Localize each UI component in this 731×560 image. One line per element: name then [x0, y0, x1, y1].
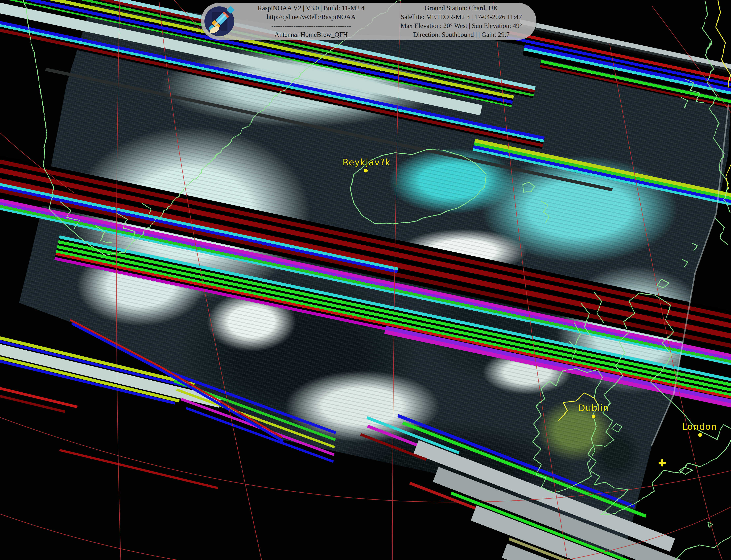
swath-edge-lines	[71, 105, 728, 446]
banner-line: RaspiNOAA V2 | V3.0 | Build: 11-M2 4	[236, 4, 386, 12]
banner-left-info: RaspiNOAA V2 | V3.0 | Build: 11-M2 4http…	[236, 4, 386, 39]
banner-line: Direction: Southbound | | Gain: 29.7	[386, 30, 537, 39]
raspinoaa-capture-screen: Reykjav?kDublinLondon RaspiNOAA V2 | V3.…	[0, 0, 731, 560]
graticule	[0, 0, 731, 560]
city-label-london: London	[682, 421, 717, 432]
coastline-ireland	[533, 368, 603, 492]
ground-station-marker	[659, 459, 666, 466]
coastline-norway	[680, 0, 731, 245]
city-dot	[364, 169, 368, 173]
city-dot	[592, 415, 596, 419]
info-banner: RaspiNOAA V2 | V3.0 | Build: 11-M2 4http…	[201, 3, 537, 40]
satellite-logo-icon	[204, 6, 235, 37]
map-overlay	[0, 0, 731, 560]
banner-line: Antenna: HomeBrew_QFH	[236, 30, 386, 39]
banner-line: http://qsl.net/ve3elb/RaspiNOAA	[236, 12, 386, 21]
border-norway-sweden	[716, 0, 730, 88]
coastlines	[24, 0, 731, 560]
banner-right-info: Ground Station: Chard, UKSatellite: METE…	[386, 4, 537, 39]
coastline-france	[675, 523, 731, 560]
banner-line: Satellite: METEOR-M2 3 | 17-04-2026 11:4…	[386, 12, 537, 21]
country-borders	[558, 0, 731, 420]
coastline-britain	[541, 201, 731, 515]
city-label-dublin: Dublin	[578, 403, 609, 413]
banner-line: Max Elevation: 20° West | Sun Elevation:…	[386, 21, 537, 30]
banner-line: Ground Station: Chard, UK	[386, 4, 537, 12]
banner-line: ------------------------------------	[236, 21, 386, 30]
city-label-reykjavk: Reykjav?k	[342, 157, 391, 167]
city-dot	[698, 433, 702, 437]
